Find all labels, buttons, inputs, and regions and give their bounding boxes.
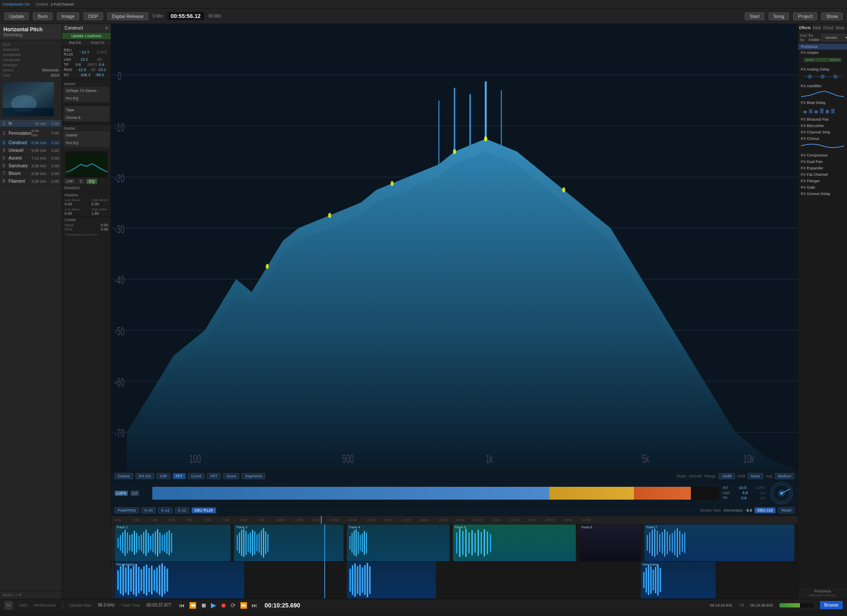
pro-fx-tab[interactable]: Pro FX	[64, 41, 86, 45]
svg-point-166	[820, 74, 825, 79]
tab-files[interactable]: Files	[812, 24, 822, 32]
ozone-insert[interactable]: Ozone 8	[64, 114, 109, 121]
stop-btn[interactable]: ⏹	[200, 601, 207, 610]
clip-track6[interactable]: Track 6	[579, 524, 641, 561]
peak-rms-btn[interactable]: Peak/RMS	[115, 507, 139, 513]
track-item-4[interactable]: 4 Unravel 5:00 min 0.00	[0, 147, 62, 154]
fx-ampire[interactable]: FX Ampire	[798, 50, 847, 66]
vendor-select[interactable]: Vendor PreSonus	[821, 34, 847, 41]
project-button[interactable]: Project	[793, 12, 817, 20]
lpf-btn[interactable]: LPF	[64, 179, 76, 184]
digital-release-button[interactable]: Digital Release	[107, 12, 148, 20]
master-pro-eq[interactable]: Pro EQ	[64, 139, 109, 146]
fx-dual-pan[interactable]: FX Dual Pan	[798, 159, 847, 165]
clip-track7[interactable]: Track 7	[644, 524, 794, 561]
end-btn[interactable]: ⏭	[251, 601, 258, 610]
tenth-btn[interactable]: 10th	[157, 473, 170, 479]
fx-autofilter[interactable]: FX Autofilter	[798, 83, 847, 100]
burn-button[interactable]: Burn	[33, 12, 52, 20]
track-item-1[interactable]: 1 In 42 sec 2.00	[0, 120, 62, 127]
fx-chorus[interactable]: FX Chorus	[798, 136, 847, 152]
ddp-button[interactable]: DDP	[83, 12, 103, 20]
svg-rect-72	[243, 529, 245, 557]
track-item-8[interactable]: 8 Filament 3:30 min 0.00	[0, 178, 62, 185]
fx-bitcrusher[interactable]: FX Bitcrusher	[798, 123, 847, 129]
fx-compressor[interactable]: FX Compressor	[798, 152, 847, 159]
tab-cloud[interactable]: Cloud	[822, 24, 835, 32]
update-button[interactable]: Update	[4, 12, 29, 20]
clip-track4[interactable]: Track 4	[347, 524, 450, 561]
track-vol: 0.00	[46, 156, 59, 160]
clip-track2[interactable]: Track 2	[115, 524, 231, 561]
eq-btn[interactable]: EQ	[86, 179, 97, 184]
tp-cs-unit: dBFS	[88, 62, 98, 67]
record-btn[interactable]: ⏺	[219, 601, 227, 610]
browse-button[interactable]: Browse	[820, 601, 843, 609]
presonus-vendor-header[interactable]: PreSonus	[798, 44, 847, 50]
clip-second[interactable]	[347, 562, 436, 598]
insert-scheps[interactable]: Scheps 73 Stereo	[64, 87, 109, 94]
fft-btn[interactable]: FFT	[173, 473, 186, 479]
curve-btn[interactable]: Curve	[188, 473, 204, 479]
spectrum-area: 0 -10 -20 -30 -40 -50 -60 -70 100 500 1k…	[111, 24, 798, 515]
play-btn[interactable]: ▶	[210, 600, 217, 610]
prev-btn[interactable]: ⏪	[188, 601, 197, 610]
post-fx-tab[interactable]: Post FX	[86, 41, 109, 45]
loop-btn[interactable]: ⟳	[230, 601, 237, 610]
show-button[interactable]: Show	[821, 12, 843, 20]
tab-shop[interactable]: Shop	[835, 24, 846, 32]
fx-beat-delay[interactable]: FX Beat Delay	[798, 100, 847, 116]
track-item-5[interactable]: 5 Ascent 7:12 min 0.00	[0, 154, 62, 162]
ebu-x18-btn[interactable]: EBU x18	[755, 507, 776, 513]
track-duration: 3:30 min	[31, 179, 46, 184]
segments-btn[interactable]: Segments	[242, 473, 265, 479]
reset-btn[interactable]: Reset	[778, 507, 794, 513]
fx-expander[interactable]: FX Expander	[798, 165, 847, 172]
c-btn[interactable]: C	[77, 179, 86, 184]
clip-track3[interactable]: Track 3	[234, 524, 344, 561]
rewind-btn[interactable]: ⏮	[178, 601, 186, 610]
svg-rect-94	[459, 529, 460, 557]
cs-close-icon[interactable]: ✕	[105, 26, 108, 30]
forward-btn[interactable]: ⏩	[239, 601, 248, 610]
k20-btn[interactable]: K-20	[142, 507, 156, 513]
fx-channel-strip[interactable]: FX Channel Strip	[798, 129, 847, 136]
cs-title: Construct	[65, 26, 83, 30]
track-item-6[interactable]: 6 Sanctuary 3:00 min 0.00	[0, 162, 62, 170]
clip-sanctuary[interactable]: Sanctuary	[641, 562, 716, 598]
time-end: 80 Min	[208, 14, 221, 18]
clip-track5[interactable]: Track 5	[453, 524, 576, 561]
ebu-r128-btn[interactable]: EBU R128	[192, 507, 216, 513]
tp-cs-value: 0.6	[76, 62, 86, 67]
track-item-2[interactable]: 2 Permutation 6:04 min 0.00	[0, 127, 62, 139]
fx-fat-channel[interactable]: FX Fat Channel	[798, 172, 847, 178]
fx-binaural-pan[interactable]: FX Binaural Pan	[798, 116, 847, 123]
svg-text:-10: -10	[114, 121, 124, 133]
score-btn[interactable]: Score	[223, 473, 240, 479]
fx-name-beat-delay: FX Beat Delay	[801, 101, 844, 105]
third-oct-btn[interactable]: 3rd Oct	[136, 473, 154, 479]
fx-analog-delay[interactable]: FX Analog Delay	[798, 66, 847, 83]
avg-val-btn[interactable]: Medium	[775, 473, 794, 479]
tab-effects[interactable]: Effects	[798, 24, 812, 32]
master-inserts[interactable]: Inserts	[64, 132, 109, 139]
fx-flanger[interactable]: FX Flanger	[798, 178, 847, 184]
fx-groove-delay[interactable]: FX Groove Delay	[798, 191, 847, 197]
start-button[interactable]: Start	[745, 12, 764, 20]
song-button[interactable]: Song	[769, 12, 789, 20]
insert-pro-eq[interactable]: Pro EQ	[64, 95, 109, 102]
vrt-btn[interactable]: VRT	[207, 473, 221, 479]
track-item-7[interactable]: 7 Bloom 5:36 min 0.00	[0, 170, 62, 178]
k14-btn[interactable]: K-14	[158, 507, 172, 513]
hold-val-btn[interactable]: None	[748, 473, 763, 479]
fx-gate[interactable]: FX Gate	[798, 184, 847, 191]
update-loudness-btn[interactable]: Update Loudness	[62, 33, 111, 40]
octave-btn[interactable]: Octave	[115, 473, 133, 479]
svg-rect-106	[649, 532, 650, 553]
track-item-3[interactable]: 3 Construct 6:56 min 0.00	[0, 139, 62, 147]
tape-insert[interactable]: Tape	[64, 107, 109, 113]
k12-btn[interactable]: K-12	[175, 507, 189, 513]
range-val-btn[interactable]: -60dB	[719, 473, 735, 479]
clip-permutation[interactable]: Permutation	[115, 562, 244, 598]
image-button[interactable]: Image	[57, 12, 80, 20]
